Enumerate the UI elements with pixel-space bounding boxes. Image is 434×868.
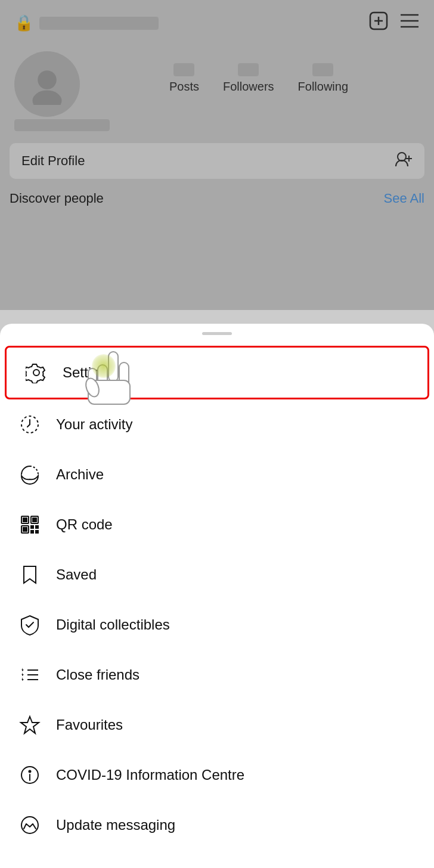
menu-item-digital-collectibles[interactable]: Digital collectibles bbox=[0, 600, 434, 650]
archive-label: Archive bbox=[56, 466, 104, 483]
menu-item-settings[interactable]: Settings bbox=[5, 346, 429, 399]
svg-rect-19 bbox=[31, 526, 33, 528]
bookmark-icon bbox=[18, 563, 42, 587]
svg-rect-21 bbox=[31, 531, 33, 533]
bottom-sheet: Settings Your activity Archive bbox=[0, 324, 434, 868]
qr-code-icon bbox=[18, 513, 42, 537]
sheet-handle bbox=[202, 332, 232, 335]
star-icon bbox=[18, 713, 42, 737]
svg-rect-18 bbox=[23, 528, 27, 531]
covid-info-label: COVID-19 Information Centre bbox=[56, 767, 244, 783]
menu-item-saved[interactable]: Saved bbox=[0, 550, 434, 600]
menu-item-qr-code[interactable]: QR code bbox=[0, 500, 434, 550]
menu-item-archive[interactable]: Archive bbox=[0, 450, 434, 500]
archive-icon bbox=[18, 463, 42, 486]
menu-item-close-friends[interactable]: Close friends bbox=[0, 650, 434, 700]
favourites-label: Favourites bbox=[56, 717, 123, 733]
menu-item-your-activity[interactable]: Your activity bbox=[0, 399, 434, 450]
menu-item-update-messaging[interactable]: Update messaging bbox=[0, 800, 434, 850]
close-friends-label: Close friends bbox=[56, 666, 140, 683]
settings-label: Settings bbox=[63, 364, 114, 381]
shield-check-icon bbox=[18, 613, 42, 637]
svg-point-31 bbox=[29, 771, 31, 773]
svg-marker-26 bbox=[21, 668, 24, 671]
saved-label: Saved bbox=[56, 566, 97, 583]
svg-rect-14 bbox=[23, 518, 27, 522]
activity-icon bbox=[18, 413, 42, 436]
info-circle-icon bbox=[18, 763, 42, 787]
svg-point-11 bbox=[33, 370, 39, 376]
update-messaging-label: Update messaging bbox=[56, 817, 175, 833]
qr-code-label: QR code bbox=[56, 516, 113, 533]
svg-point-33 bbox=[21, 817, 38, 833]
svg-rect-16 bbox=[33, 518, 36, 522]
svg-marker-28 bbox=[21, 677, 24, 681]
svg-marker-29 bbox=[21, 717, 39, 733]
svg-rect-20 bbox=[36, 526, 38, 528]
gear-icon bbox=[24, 361, 48, 385]
messenger-icon bbox=[18, 813, 42, 837]
your-activity-label: Your activity bbox=[56, 416, 133, 433]
menu-item-covid-info[interactable]: COVID-19 Information Centre bbox=[0, 750, 434, 800]
svg-marker-27 bbox=[21, 672, 24, 676]
digital-collectibles-label: Digital collectibles bbox=[56, 616, 170, 633]
menu-item-favourites[interactable]: Favourites bbox=[0, 700, 434, 750]
list-star-icon bbox=[18, 663, 42, 687]
svg-rect-22 bbox=[36, 531, 38, 533]
